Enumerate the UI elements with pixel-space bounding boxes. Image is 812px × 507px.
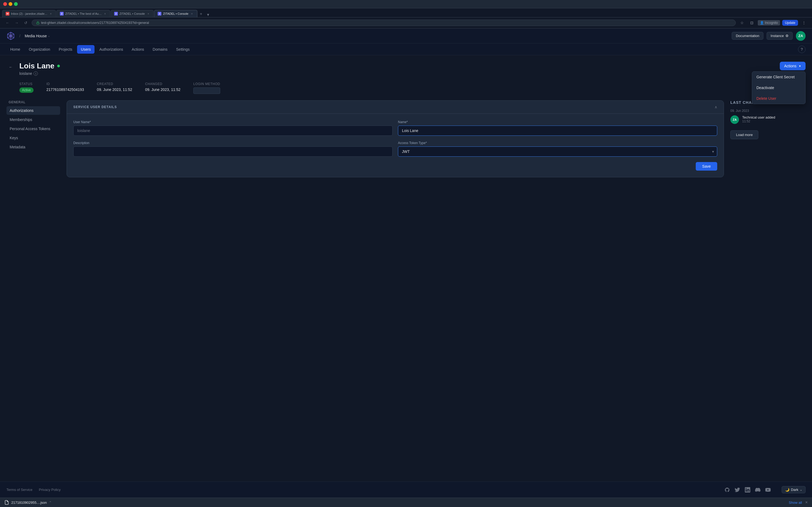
url-bar[interactable]: test-ghlwrr.zitadel.cloud/ui/console/use…: [32, 19, 736, 26]
moon-icon: 🌙: [785, 488, 790, 492]
nav-authorizations[interactable]: Authorizations: [96, 45, 127, 54]
new-tab-button[interactable]: +: [198, 11, 204, 17]
sidebar-item-personal-access-tokens[interactable]: Personal Access Tokens: [6, 124, 60, 133]
load-more-button[interactable]: Load more: [730, 130, 758, 139]
close-window-btn[interactable]: [3, 2, 7, 6]
tab-gmail-close[interactable]: ×: [49, 12, 52, 15]
download-file-info: 2171810902955....json ⌃: [4, 500, 52, 505]
sidebar-item-memberships[interactable]: Memberships: [6, 115, 60, 124]
tab-zitadel2[interactable]: Z ZITADEL • Console ×: [111, 10, 154, 17]
description-group: Description: [73, 141, 393, 157]
nav-home[interactable]: Home: [6, 45, 24, 54]
status-label: Status: [19, 82, 34, 86]
footer-icons: [724, 487, 771, 493]
nav-domains[interactable]: Domains: [149, 45, 171, 54]
user-name-text: Lois Lane: [19, 62, 54, 70]
youtube-icon[interactable]: [765, 487, 771, 493]
sidebar-item-metadata[interactable]: Metadata: [6, 143, 60, 151]
save-button[interactable]: Save: [696, 162, 717, 171]
svg-rect-0: [37, 23, 39, 24]
name-group: Name*: [398, 120, 717, 136]
download-expand-icon[interactable]: ⌃: [49, 501, 52, 505]
description-field-label: Description: [73, 141, 393, 145]
url-text: test-ghlwrr.zitadel.cloud/ui/console/use…: [41, 21, 149, 25]
nav-organization[interactable]: Organization: [25, 45, 54, 54]
login-method-field: Login method: [193, 82, 220, 94]
nav-projects[interactable]: Projects: [55, 45, 76, 54]
gear-icon: ⚙: [785, 34, 789, 38]
actions-chevron-down-icon: ▼: [799, 65, 801, 68]
tab-zitadel1-close[interactable]: ×: [103, 12, 107, 15]
forward-button[interactable]: →: [13, 19, 20, 26]
app-footer: Terms of Service Privacy Policy: [0, 482, 812, 498]
documentation-button[interactable]: Documentation: [732, 32, 763, 40]
back-button[interactable]: ←: [4, 19, 11, 26]
sidebar-item-authorizations[interactable]: Authorizations: [6, 106, 60, 115]
tab-zitadel3-label: ZITADEL • Console: [163, 12, 188, 15]
bookmark-button[interactable]: ☆: [739, 19, 746, 26]
nav-settings[interactable]: Settings: [172, 45, 194, 54]
id-field: ID 217761089742504193: [46, 82, 84, 94]
discord-icon[interactable]: [755, 487, 761, 493]
change-entry: ZA Technical user added 11:52: [730, 115, 806, 124]
user-avatar[interactable]: ZA: [796, 31, 806, 41]
delete-user-item[interactable]: Delete User: [752, 93, 805, 104]
created-value: 09. June 2023, 11:52: [97, 88, 133, 92]
twitter-icon[interactable]: [734, 487, 740, 493]
actions-button-label: Actions: [784, 64, 797, 68]
form-row-bottom: Description Access Token Type* JWT Beare…: [73, 141, 717, 157]
username-info-icon[interactable]: i: [34, 71, 38, 76]
maximize-window-btn[interactable]: [14, 2, 18, 6]
generate-client-secret-item[interactable]: Generate Client Secret: [752, 72, 805, 82]
description-input[interactable]: [73, 147, 393, 157]
back-to-users-button[interactable]: ←: [6, 63, 15, 71]
collapse-card-button[interactable]: ∧: [715, 105, 717, 109]
actions-dropdown-container: Actions ▼ Generate Client Secret Deactiv…: [780, 62, 806, 70]
browser-chrome: [0, 0, 812, 8]
reading-view-button[interactable]: ⊡: [748, 19, 756, 26]
service-user-card-header: SERVICE USER DETAILS ∧: [67, 101, 724, 114]
username-text: loislane: [19, 71, 32, 76]
show-all-button[interactable]: Show all: [789, 501, 802, 505]
nav-actions[interactable]: Actions: [128, 45, 148, 54]
nav-users[interactable]: Users: [77, 45, 95, 54]
actions-button[interactable]: Actions ▼: [780, 62, 806, 70]
browser-window-controls: [3, 2, 18, 6]
online-status-dot: [57, 65, 60, 67]
right-panel: LAST CHANGES 09. Jun 2023 ZA Technical u…: [730, 100, 806, 177]
terms-of-service-link[interactable]: Terms of Service: [6, 488, 33, 492]
logo-area: [6, 32, 15, 40]
theme-toggle-button[interactable]: 🌙 Dark ⌄: [782, 486, 806, 493]
org-chevron-icon: ⌄: [48, 34, 50, 37]
linkedin-icon[interactable]: [745, 487, 751, 493]
tab-zitadel3-close[interactable]: ×: [190, 12, 194, 15]
more-options-button[interactable]: ⋮: [800, 19, 808, 26]
access-token-select[interactable]: JWT Bearer: [398, 147, 717, 157]
update-button[interactable]: Update: [782, 20, 798, 26]
user-header: ← Lois Lane loislane i Actions ▼ Generat…: [6, 62, 806, 76]
deactivate-item[interactable]: Deactivate: [752, 82, 805, 93]
login-method-value: [193, 88, 220, 94]
status-row: Status Active ID 217761089742504193 Crea…: [6, 82, 806, 94]
incognito-label: Incognito: [765, 21, 778, 25]
help-button[interactable]: ?: [798, 46, 806, 53]
tab-list-button[interactable]: ▾: [207, 12, 209, 17]
sidebar-item-keys[interactable]: Keys: [6, 133, 60, 142]
refresh-button[interactable]: ↺: [22, 19, 29, 26]
instance-button[interactable]: Instance ⚙: [767, 32, 793, 40]
username-field-label: User Name*: [73, 120, 393, 124]
minimize-window-btn[interactable]: [9, 2, 12, 6]
tab-zitadel2-close[interactable]: ×: [146, 12, 150, 15]
name-input[interactable]: [398, 125, 717, 136]
zitadel1-favicon: Z: [60, 12, 64, 15]
tab-zitadel1[interactable]: Z ZITADEL • The best of Auth0 a… ×: [56, 10, 110, 17]
theme-chevron-down-icon: ⌄: [800, 488, 802, 491]
status-badge: Active: [19, 88, 34, 93]
privacy-policy-link[interactable]: Privacy Policy: [39, 488, 61, 492]
github-icon[interactable]: [724, 487, 730, 493]
org-selector[interactable]: Media House ⌄: [22, 33, 52, 39]
tab-zitadel3-active[interactable]: Z ZITADEL • Console ×: [154, 10, 197, 17]
service-user-card-title: SERVICE USER DETAILS: [73, 105, 117, 109]
tab-gmail[interactable]: M Inbox (2) - janedoe.zitadel@gm… ×: [2, 10, 56, 17]
download-close-button[interactable]: ×: [805, 500, 808, 505]
